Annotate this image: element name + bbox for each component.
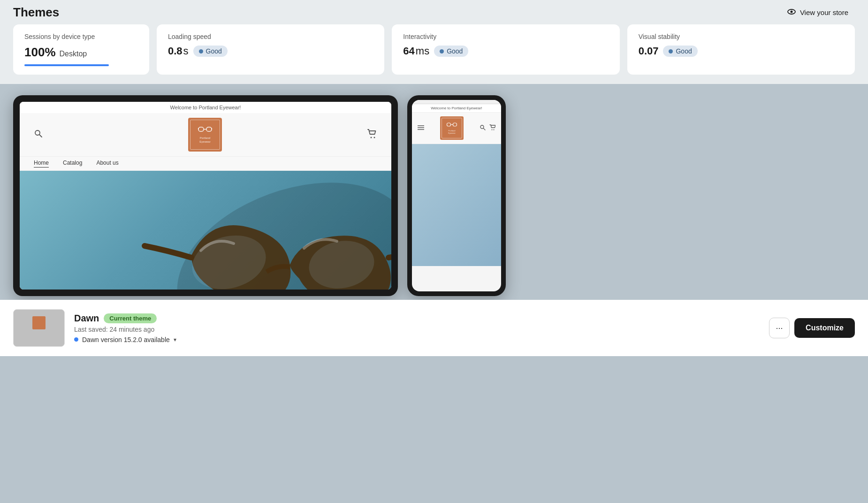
eye-icon [787, 7, 796, 18]
visual-stability-label: Visual stability [639, 33, 844, 40]
hamburger-icon [418, 125, 424, 132]
visual-stability-value: 0.07 [639, 45, 659, 57]
svg-point-1 [790, 10, 792, 13]
page-title: Themes [13, 5, 59, 20]
progress-bar-fill [24, 64, 109, 66]
loading-label: Loading speed [168, 33, 373, 40]
sessions-card: Sessions by device type 100% Desktop [13, 24, 149, 75]
more-options-icon: ··· [776, 323, 783, 333]
svg-line-7 [198, 128, 198, 130]
nav-about: About us [96, 160, 118, 168]
svg-line-3 [39, 135, 42, 137]
logo-glasses-icon [198, 125, 212, 135]
visual-stability-card: Visual stability 0.07 Good [627, 24, 855, 75]
version-label: Dawn version 15.2.0 available [82, 336, 170, 343]
view-store-button[interactable]: View your store [780, 3, 855, 22]
svg-line-23 [484, 129, 486, 130]
badge-dot-3 [669, 49, 673, 53]
store-cart-icon [367, 129, 377, 141]
store-hero [20, 171, 391, 290]
phone-mockup: Welcome to Portland Eyewear! [407, 95, 506, 296]
tablet-screen: Welcome to Portland Eyewear! [20, 102, 391, 290]
visual-stability-value-row: 0.07 Good [639, 45, 844, 57]
svg-point-24 [492, 130, 493, 130]
theme-thumbnail [13, 309, 65, 347]
thumb-logo [32, 316, 46, 329]
loading-value-row: 0.8s Good [168, 45, 373, 57]
phone-cart-icon [489, 124, 495, 132]
svg-point-25 [494, 130, 495, 130]
action-buttons: ··· Customize [769, 318, 855, 338]
metrics-row: Sessions by device type 100% Desktop Loa… [0, 24, 868, 84]
theme-details: Dawn Current theme Last saved: 24 minute… [74, 313, 176, 343]
phone-browser-bar [412, 100, 501, 104]
theme-info: Dawn Current theme Last saved: 24 minute… [13, 309, 176, 347]
sessions-device: Desktop [60, 50, 87, 58]
store-search-icon [34, 129, 43, 141]
header: Themes View your store [0, 0, 868, 24]
nav-home: Home [34, 160, 49, 168]
phone-hero [412, 144, 501, 266]
interactivity-value: 64ms [403, 45, 429, 57]
phone-store-header: PortlandEyewear [412, 113, 501, 144]
current-theme-badge: Current theme [104, 313, 157, 323]
store-header: PortlandEyewear [20, 113, 391, 157]
tablet-mockup: Welcome to Portland Eyewear! [13, 95, 398, 296]
version-dot [74, 337, 78, 342]
svg-point-22 [480, 125, 484, 129]
svg-line-8 [212, 128, 212, 130]
phone-screen: Welcome to Portland Eyewear! [412, 100, 501, 291]
logo-text: PortlandEyewear [199, 137, 210, 144]
phone-logo-border [442, 118, 462, 138]
version-dropdown[interactable]: Dawn version 15.2.0 available ▾ [74, 336, 176, 343]
interactivity-badge: Good [434, 46, 468, 57]
svg-point-10 [374, 137, 375, 138]
interactivity-value-row: 64ms Good [403, 45, 608, 57]
badge-dot-2 [440, 49, 444, 53]
glasses-hero-image [20, 171, 391, 290]
sessions-pct: 100% [24, 45, 56, 60]
store-nav: Home Catalog About us [20, 157, 391, 171]
svg-rect-5 [206, 127, 212, 131]
loading-card: Loading speed 0.8s Good [157, 24, 384, 75]
progress-bar-container [24, 64, 109, 66]
visual-stability-badge: Good [663, 46, 697, 57]
interactivity-card: Interactivity 64ms Good [392, 24, 619, 75]
svg-rect-4 [198, 127, 204, 131]
nav-catalog: Catalog [63, 160, 82, 168]
bottom-bar: Dawn Current theme Last saved: 24 minute… [0, 300, 868, 356]
theme-name: Dawn Current theme [74, 313, 176, 324]
more-options-button[interactable]: ··· [769, 318, 790, 338]
loading-value: 0.8s [168, 45, 189, 57]
store-logo: PortlandEyewear [188, 118, 222, 152]
view-store-label: View your store [800, 8, 848, 16]
theme-saved: Last saved: 24 minutes ago [74, 326, 176, 333]
customize-button[interactable]: Customize [794, 318, 855, 338]
svg-point-9 [371, 137, 372, 138]
chevron-down-icon: ▾ [174, 336, 176, 343]
sessions-label: Sessions by device type [24, 33, 138, 40]
store-welcome-text: Welcome to Portland Eyewear! [20, 102, 391, 113]
interactivity-label: Interactivity [403, 33, 608, 40]
loading-badge: Good [193, 46, 228, 57]
phone-header-icons [480, 124, 495, 132]
preview-area: Welcome to Portland Eyewear! [0, 84, 868, 300]
phone-welcome-text: Welcome to Portland Eyewear! [412, 104, 501, 113]
sessions-value-row: 100% Desktop [24, 45, 138, 60]
badge-dot [199, 49, 203, 53]
phone-logo: PortlandEyewear [440, 116, 464, 140]
phone-search-icon [480, 124, 486, 132]
